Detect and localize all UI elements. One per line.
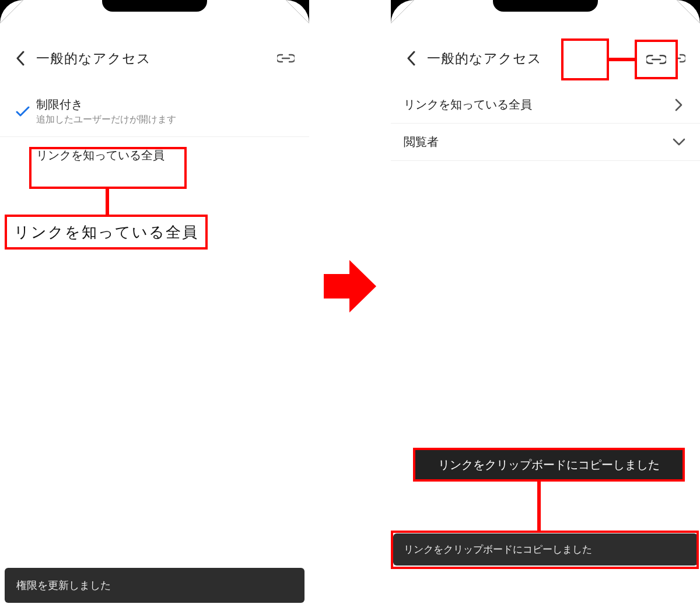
access-option-anyone-with-link[interactable]: リンクを知っている全員 (0, 137, 309, 174)
link-icon (646, 54, 666, 65)
annotation-callout-toast: リンクをクリップボードにコピーしました (413, 448, 685, 482)
callout-text: リンクを知っている全員 (14, 222, 198, 243)
page-title: 一般的なアクセス (36, 50, 274, 68)
toast-text: リンクをクリップボードにコピーしました (404, 544, 592, 555)
device-notch (493, 0, 598, 12)
callout-text: リンクをクリップボードにコピーしました (438, 457, 660, 473)
chevron-right-icon (671, 99, 687, 111)
row-label: 閲覧者 (404, 134, 671, 150)
option-title: リンクを知っている全員 (36, 148, 296, 163)
toast-text: 権限を更新しました (16, 580, 111, 591)
screen-before: 一般的なアクセス 制限付き 追加したユーザーだけが開けます リンクを知っている全… (0, 0, 309, 611)
device-corner (0, 0, 23, 23)
row-label: リンクを知っている全員 (404, 97, 671, 113)
chevron-left-icon (16, 51, 25, 66)
check-icon (13, 106, 33, 117)
chevron-down-icon (671, 138, 687, 146)
device-notch (102, 0, 207, 12)
screen-after: 一般的なアクセス リンクを知っている全員 閲覧者 (391, 0, 700, 611)
device-corner (391, 0, 414, 23)
toast-permissions-updated: 権限を更新しました (5, 568, 304, 603)
annotation-connector (537, 482, 541, 531)
toast-link-copied: リンクをクリップボードにコピーしました (393, 533, 698, 566)
transition-arrow-icon (324, 260, 376, 312)
device-corner (286, 0, 309, 23)
option-title: 制限付き (36, 97, 296, 113)
annotation-callout-link-icon (635, 40, 678, 79)
header: 一般的なアクセス (0, 41, 309, 76)
annotation-callout-anyone: リンクを知っている全員 (5, 215, 208, 250)
option-body: 制限付き 追加したユーザーだけが開けます (36, 97, 296, 126)
annotation-connector (106, 189, 109, 215)
chevron-left-icon (407, 51, 416, 66)
back-button[interactable] (12, 50, 29, 67)
annotation-connector (609, 58, 635, 61)
link-icon (277, 54, 295, 63)
option-subtitle: 追加したユーザーだけが開けます (36, 114, 296, 126)
device-corner (677, 0, 700, 23)
row-role-viewer[interactable]: 閲覧者 (391, 124, 700, 161)
copy-link-button[interactable] (274, 47, 298, 70)
option-body: リンクを知っている全員 (36, 148, 296, 163)
row-anyone-with-link[interactable]: リンクを知っている全員 (391, 86, 700, 124)
back-button[interactable] (402, 50, 420, 67)
access-option-restricted[interactable]: 制限付き 追加したユーザーだけが開けます (0, 86, 309, 137)
